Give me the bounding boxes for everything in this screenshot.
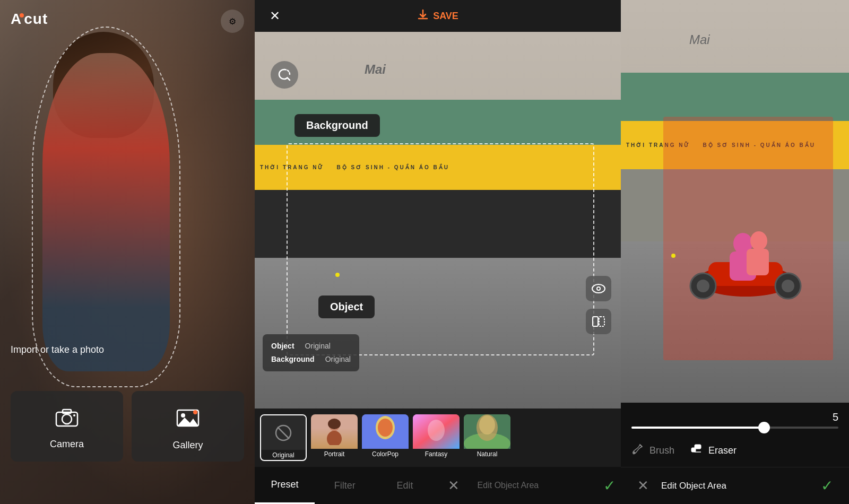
- save-download-icon: [417, 9, 429, 23]
- preset-original[interactable]: Original: [260, 414, 307, 461]
- slider-track[interactable]: [631, 427, 838, 429]
- background-tooltip: Background: [294, 114, 380, 137]
- preset-colorpop-name: ColorPop: [372, 450, 398, 458]
- nav-close-button[interactable]: ✕: [435, 477, 472, 494]
- selection-dashed-outline: [32, 27, 180, 387]
- image-area: THỜI TRANG NỮ BỘ SƠ SINH - QUẦN ÁO BẦU M…: [255, 32, 621, 409]
- nav-edit-object-area[interactable]: Edit Object Area: [472, 467, 597, 504]
- nav-filter[interactable]: Filter: [315, 467, 375, 504]
- preset-colorpop-img: [362, 414, 409, 449]
- preset-natural-img: [464, 414, 510, 449]
- preset-fantasy-img: [413, 414, 460, 449]
- gallery-icon: [176, 407, 200, 433]
- close-button[interactable]: ✕: [265, 6, 284, 25]
- side-tools: [586, 276, 611, 334]
- left-panel: Acut ⚙ Import or take a photo Camera: [0, 0, 255, 504]
- camera-icon: [55, 407, 79, 432]
- yellow-dot-indicator: [335, 273, 340, 277]
- brush-label: Brush: [649, 445, 674, 456]
- brush-icon: [631, 442, 644, 458]
- save-label: SAVE: [433, 11, 458, 22]
- eraser-icon: [690, 442, 703, 458]
- logo-text: Acut: [11, 11, 48, 28]
- svg-point-26: [479, 415, 495, 435]
- svg-rect-12: [599, 317, 604, 326]
- mai-sign: Mai: [365, 62, 386, 77]
- lasso-tool-button[interactable]: [271, 61, 298, 89]
- object-info-value: Original: [305, 340, 331, 353]
- preset-portrait-img: [311, 414, 358, 449]
- background-info-row: Background Original: [271, 353, 351, 366]
- preset-original-name: Original: [272, 451, 294, 459]
- preset-portrait-name: Portrait: [324, 450, 345, 458]
- svg-line-14: [278, 427, 289, 439]
- action-buttons: Camera Gallery: [11, 391, 244, 462]
- background-info-label: Background: [271, 353, 315, 366]
- svg-point-20: [378, 419, 393, 437]
- gallery-button[interactable]: Gallery: [132, 391, 244, 462]
- import-text: Import or take a photo: [11, 344, 104, 355]
- preset-fantasy[interactable]: Fantasy: [413, 414, 460, 461]
- nav-preset[interactable]: Preset: [255, 467, 315, 504]
- right-close-button[interactable]: ✕: [631, 474, 655, 498]
- gear-icon: ⚙: [229, 16, 236, 27]
- eye-tool-button[interactable]: [586, 276, 611, 301]
- info-bar: Object Original Background Original: [263, 334, 359, 371]
- preset-original-img: [260, 415, 307, 450]
- object-tooltip: Object: [318, 296, 375, 318]
- bottom-nav: Preset Filter Edit ✕ Edit Object Area ✓: [255, 467, 621, 504]
- camera-label: Camera: [50, 439, 84, 450]
- svg-point-3: [73, 414, 75, 416]
- slider-fill: [631, 427, 766, 429]
- object-info-row: Object Original: [271, 340, 351, 353]
- slider-value: 5: [631, 411, 838, 423]
- svg-rect-11: [593, 317, 598, 326]
- right-bottom-bar: ✕ Edit Object Area ✓: [621, 467, 849, 504]
- brush-tool[interactable]: Brush: [631, 442, 674, 458]
- object-selection-border: [287, 143, 594, 355]
- compare-tool-button[interactable]: [586, 309, 611, 334]
- right-preview-image: THỜI TRANG NỮ BỘ SƠ SINH - QUẦN ÁO BẦU M…: [621, 0, 849, 403]
- svg-point-22: [428, 420, 445, 441]
- preset-fantasy-name: Fantasy: [425, 450, 448, 458]
- confirm-button[interactable]: ✓: [597, 474, 621, 497]
- preset-natural-name: Natural: [477, 450, 498, 458]
- svg-point-10: [597, 288, 600, 290]
- close-icon: ✕: [270, 8, 280, 23]
- nav-edit[interactable]: Edit: [375, 467, 435, 504]
- camera-button[interactable]: Camera: [11, 391, 123, 462]
- right-object-tint: [663, 117, 833, 360]
- right-panel: THỜI TRANG NỮ BỘ SƠ SINH - QUẦN ÁO BẦU M…: [621, 0, 849, 504]
- preset-colorpop[interactable]: ColorPop: [362, 414, 409, 461]
- svg-point-37: [633, 451, 635, 454]
- svg-marker-6: [177, 418, 198, 426]
- background-info-value: Original: [325, 353, 351, 366]
- preset-bar: Original Portrait ColorPop: [255, 409, 621, 467]
- right-yellow-dot: [671, 254, 675, 258]
- image-canvas: THỜI TRANG NỮ BỘ SƠ SINH - QUẦN ÁO BẦU M…: [255, 32, 621, 409]
- eraser-label: Eraser: [708, 445, 737, 456]
- edit-object-area-label: Edit Object Area: [661, 481, 809, 491]
- logo-dot: [20, 13, 24, 18]
- save-button[interactable]: SAVE: [417, 9, 458, 23]
- svg-point-7: [193, 410, 197, 414]
- gallery-label: Gallery: [172, 440, 203, 451]
- svg-point-17: [328, 419, 341, 429]
- center-header: ✕ SAVE: [255, 0, 621, 32]
- preset-portrait[interactable]: Portrait: [311, 414, 358, 461]
- svg-rect-2: [63, 410, 71, 413]
- app-logo: Acut: [11, 11, 48, 28]
- right-confirm-button[interactable]: ✓: [815, 474, 838, 498]
- object-info-label: Object: [271, 340, 294, 353]
- preset-natural[interactable]: Natural: [464, 414, 510, 461]
- brush-eraser-tools: Brush Eraser: [621, 437, 849, 467]
- svg-point-16: [327, 431, 342, 445]
- center-panel: ✕ SAVE THỜI TRANG NỮ BỘ SƠ SINH - QUẦN Á…: [255, 0, 621, 504]
- svg-rect-39: [691, 448, 696, 452]
- slider-thumb[interactable]: [758, 422, 770, 433]
- svg-point-1: [62, 414, 72, 424]
- svg-point-5: [181, 413, 185, 418]
- settings-button[interactable]: ⚙: [221, 10, 244, 33]
- slider-area: 5: [621, 403, 849, 437]
- eraser-tool[interactable]: Eraser: [690, 442, 737, 458]
